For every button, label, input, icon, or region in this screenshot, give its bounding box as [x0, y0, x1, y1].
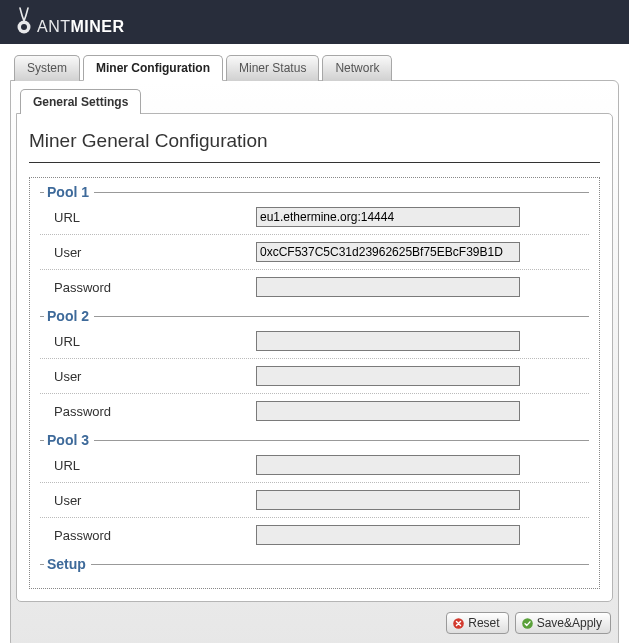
subtab-general-settings[interactable]: General Settings — [20, 89, 141, 114]
brand-logo: ANTMINER — [14, 6, 125, 36]
pool-3-password-label: Password — [40, 528, 256, 543]
svg-point-1 — [21, 24, 27, 30]
tab-network[interactable]: Network — [322, 55, 392, 81]
pool-3-password-input[interactable] — [256, 525, 520, 545]
reset-icon — [452, 617, 465, 630]
check-icon — [521, 617, 534, 630]
pool-2-password-input[interactable] — [256, 401, 520, 421]
pool-2-url-label: URL — [40, 334, 256, 349]
pool-3-url-label: URL — [40, 458, 256, 473]
tab-system[interactable]: System — [14, 55, 80, 81]
brand-text: ANTMINER — [37, 18, 125, 36]
setup-fieldset: Setup — [40, 556, 589, 582]
pool-2-legend: Pool 2 — [44, 308, 94, 324]
pool-1-user-label: User — [40, 245, 256, 260]
page-title: Miner General Configuration — [29, 126, 600, 163]
pool-1-password-label: Password — [40, 280, 256, 295]
tab-frame: General Settings Miner General Configura… — [10, 80, 619, 643]
pool-1-url-input[interactable] — [256, 207, 520, 227]
pool-2-user-input[interactable] — [256, 366, 520, 386]
save-apply-button-label: Save&Apply — [537, 616, 602, 630]
pool-2-fieldset: Pool 2 URL User Password — [40, 308, 589, 428]
pool-1-legend: Pool 1 — [44, 184, 94, 200]
setup-legend: Setup — [44, 556, 91, 572]
antminer-icon — [14, 6, 34, 36]
pools-container: Pool 1 URL User Password Pool — [29, 177, 600, 589]
pool-3-legend: Pool 3 — [44, 432, 94, 448]
main-tab-bar: System Miner Configuration Miner Status … — [14, 54, 619, 80]
pool-1-password-input[interactable] — [256, 277, 520, 297]
save-apply-button[interactable]: Save&Apply — [515, 612, 611, 634]
reset-button-label: Reset — [468, 616, 499, 630]
pool-3-fieldset: Pool 3 URL User Password — [40, 432, 589, 552]
reset-button[interactable]: Reset — [446, 612, 508, 634]
content-panel: Miner General Configuration Pool 1 URL U… — [16, 113, 613, 602]
pool-2-user-label: User — [40, 369, 256, 384]
pool-2-url-input[interactable] — [256, 331, 520, 351]
action-bar: Reset Save&Apply — [16, 602, 613, 642]
pool-1-fieldset: Pool 1 URL User Password — [40, 184, 589, 304]
pool-3-user-label: User — [40, 493, 256, 508]
pool-3-url-input[interactable] — [256, 455, 520, 475]
pool-1-user-input[interactable] — [256, 242, 520, 262]
pool-2-password-label: Password — [40, 404, 256, 419]
sub-tab-bar: General Settings — [20, 88, 613, 113]
pool-3-user-input[interactable] — [256, 490, 520, 510]
svg-point-3 — [522, 618, 533, 629]
tab-miner-status[interactable]: Miner Status — [226, 55, 319, 81]
tab-miner-configuration[interactable]: Miner Configuration — [83, 55, 223, 81]
app-header: ANTMINER — [0, 0, 629, 44]
pool-1-url-label: URL — [40, 210, 256, 225]
